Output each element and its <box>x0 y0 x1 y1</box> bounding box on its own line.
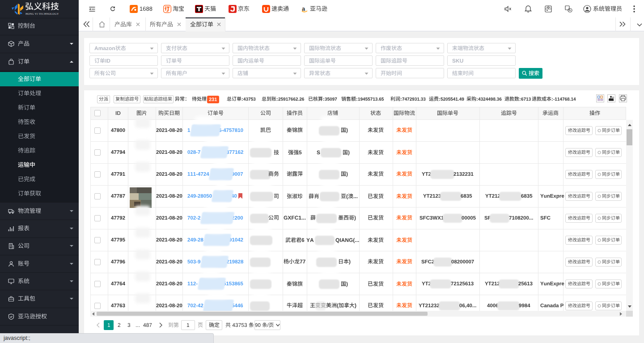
svg-text:HONG YI TECHNOLOGY: HONG YI TECHNOLOGY <box>25 12 59 15</box>
svg-text:a: a <box>302 5 305 12</box>
svg-text:javascript:;: javascript:; <box>4 335 30 341</box>
